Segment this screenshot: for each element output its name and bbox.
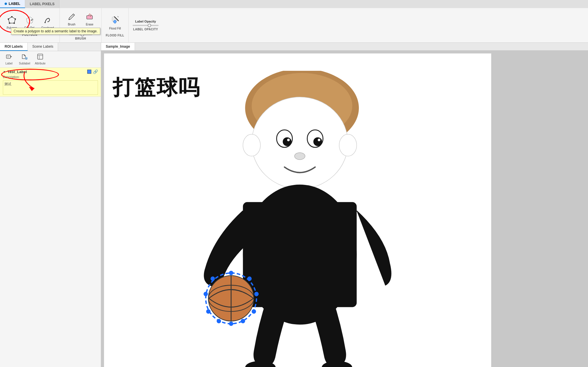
svg-point-41 [229,271,233,275]
svg-rect-10 [117,16,119,18]
scene-labels-tab[interactable]: Scene Labels [28,43,58,51]
svg-point-48 [206,309,211,314]
svg-point-29 [294,153,305,160]
svg-point-3 [14,23,15,24]
scene-labels-tab-text: Scene Labels [32,45,53,49]
svg-point-50 [211,277,215,281]
svg-point-45 [241,319,245,323]
canvas-area: Sample_Image 打篮球吗 [101,43,588,367]
image-canvas[interactable]: 打篮球吗 [101,51,588,367]
label-opacity-section: Label Opacity LABEL OPACITY [129,8,163,42]
svg-point-25 [283,137,292,146]
image-paper: 打篮球吗 [104,53,491,367]
attribute-tool-label: Attribute [35,62,45,65]
panel-toolbar: Label + Sublabel [0,51,101,68]
label-link-icon[interactable]: 🔗 [93,69,98,74]
label-opacity-slider[interactable] [133,25,159,26]
flood-fill-icon [110,16,120,26]
toolbar: Polygon Edit Pol. Freeha [0,8,588,43]
label-description-area[interactable]: 测试 [3,80,98,95]
canvas-tab-sample[interactable]: Sample_Image [101,43,135,50]
svg-point-31 [339,134,357,156]
polygon-section: Polygon Edit Pol. Freeha [0,8,60,42]
brush-tool-btn[interactable]: Brush [64,11,79,28]
flood-fill-section: Flood Fill FLOOD FILL [102,8,129,42]
tab-label-dot [5,3,7,5]
roi-labels-tab[interactable]: ROI Labels [0,43,28,51]
svg-point-7 [44,22,46,23]
panel-tabs: ROI Labels Scene Labels [0,43,101,51]
label-description-title: Description: [3,75,98,79]
label-tool-label: Label [5,62,12,65]
flood-fill-label: Flood Fill [109,27,121,30]
svg-rect-16 [38,54,43,59]
svg-text:+: + [26,58,27,60]
svg-point-28 [318,139,320,141]
svg-rect-34 [243,202,357,307]
erase-label: Erase [86,23,93,26]
sublabel-tool-btn[interactable]: + Sublabel [17,52,32,66]
label-opacity-title: Label Opacity [135,20,156,23]
svg-point-49 [203,292,208,296]
brush-section: Brush Erase Brush Size BRUSH [60,8,102,42]
brush-icon [68,13,76,22]
brush-tools: Brush Erase [64,11,97,28]
svg-point-42 [247,277,252,281]
main-content: ROI Labels Scene Labels Label [0,43,588,367]
roi-labels-tab-text: ROI Labels [5,45,23,49]
svg-point-27 [287,139,290,141]
flood-fill-tool-btn[interactable]: Flood Fill [107,14,123,32]
erase-tool-btn[interactable]: Erase [82,11,97,28]
svg-point-4 [9,23,10,24]
svg-rect-11 [6,55,10,58]
tab-label-text: LABEL [9,2,20,6]
svg-rect-9 [87,16,92,19]
canvas-tab-sample-text: Sample_Image [106,45,130,49]
attribute-tool-icon [37,53,43,61]
label-name: Test_Label [8,70,86,74]
svg-point-22 [252,97,348,189]
polygon-tooltip: Create a polygon to add a semantic label… [11,28,100,35]
sublabel-tool-label: Sublabel [19,62,30,65]
edit-polygon-icon [26,16,34,25]
polygon-icon [8,16,16,25]
svg-point-8 [69,19,70,20]
svg-point-44 [252,309,256,314]
svg-point-43 [254,292,259,296]
svg-marker-0 [8,17,15,23]
erase-icon [86,13,94,22]
brush-label: Brush [68,23,75,26]
label-tool-btn[interactable]: Label [2,52,16,66]
label-color-swatch[interactable] [87,70,91,74]
label-description-text: 测试 [4,82,11,86]
svg-point-46 [229,322,233,326]
svg-point-30 [243,134,261,156]
label-opacity-section-title: LABEL OPACITY [133,28,158,31]
canvas-tabs: Sample_Image [101,43,588,51]
sublabel-tool-icon: + [21,53,28,61]
svg-point-47 [217,319,221,323]
left-panel: ROI Labels Scene Labels Label [0,43,101,367]
tab-label-pixels-text: LABEL PIXELS [30,2,55,6]
brush-section-title: BRUSH [75,37,86,40]
label-tool-icon [6,53,12,61]
tab-label[interactable]: LABEL [0,0,25,8]
freehand-icon [44,16,52,25]
attribute-tool-btn[interactable]: Attribute [33,52,47,66]
tab-label-pixels[interactable]: LABEL PIXELS [25,0,60,8]
meme-figure [156,71,439,367]
flood-fill-section-title: FLOOD FILL [106,34,124,37]
top-tabs-row: LABEL LABEL PIXELS [0,0,588,8]
svg-point-26 [314,137,322,146]
label-expand-arrow[interactable]: ▼ [3,70,6,73]
label-item: ▼ Test_Label 🔗 Description: 测试 [0,68,101,97]
label-item-header: ▼ Test_Label 🔗 [3,69,98,74]
